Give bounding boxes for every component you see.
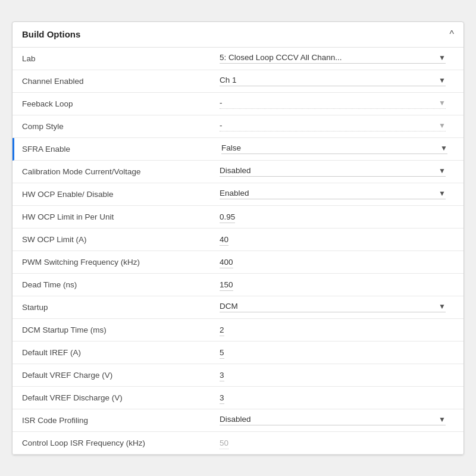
value-hw-ocp-enable[interactable]: Enabled▼ [215, 185, 464, 203]
input-dcm-startup-time[interactable]: 2 [220, 325, 224, 336]
dropdown-text-sfra-enable: False [221, 143, 241, 152]
dropdown-dotted-feedback-loop[interactable]: -▼ [220, 98, 446, 109]
label-feedback-loop: Feeback Loop [12, 95, 215, 113]
label-pwm-switching-freq: PWM Switching Frequency (kHz) [12, 253, 215, 271]
input-default-vref-charge[interactable]: 3 [220, 371, 224, 381]
dropdown-channel-enabled[interactable]: Ch 1▼ [220, 76, 446, 86]
input-dead-time[interactable]: 150 [220, 280, 233, 291]
dropdown-arrow-isr-code-profiling: ▼ [439, 415, 446, 424]
input-pwm-switching-freq[interactable]: 400 [220, 258, 233, 268]
label-startup: Startup [12, 298, 215, 317]
dropdown-dotted-arrow-comp-style: ▼ [439, 121, 446, 130]
dropdown-dotted-text-comp-style: - [220, 121, 223, 130]
row-sfra-enable: SFRA EnableFalse▼ [12, 138, 464, 161]
value-feedback-loop[interactable]: -▼ [215, 95, 464, 112]
dropdown-text-calibration-mode: Disabled [220, 166, 251, 175]
dropdown-arrow-hw-ocp-enable: ▼ [439, 189, 446, 198]
value-comp-style[interactable]: -▼ [215, 117, 464, 135]
dropdown-lab[interactable]: 5: Closed Loop CCCV All Chann...▼ [220, 53, 446, 64]
label-sw-ocp-limit: SW OCP Limit (A) [12, 230, 215, 249]
input-disabled-control-loop-isr-freq: 50 [220, 439, 228, 449]
dropdown-text-channel-enabled: Ch 1 [220, 76, 237, 84]
label-comp-style: Comp Style [12, 117, 215, 136]
row-control-loop-isr-freq: Control Loop ISR Frequency (kHz)50 [12, 432, 464, 455]
row-default-vref-charge: Default VREF Charge (V)3 [12, 364, 464, 387]
value-calibration-mode[interactable]: Disabled▼ [215, 162, 464, 180]
row-sw-ocp-limit: SW OCP Limit (A)40 [12, 228, 464, 251]
dropdown-isr-code-profiling[interactable]: Disabled▼ [220, 415, 446, 425]
value-sfra-enable[interactable]: False▼ [217, 140, 464, 158]
value-channel-enabled[interactable]: Ch 1▼ [215, 72, 464, 90]
input-default-iref[interactable]: 5 [220, 348, 224, 359]
dropdown-calibration-mode[interactable]: Disabled▼ [220, 166, 446, 177]
label-dead-time: Dead Time (ns) [12, 275, 215, 294]
row-isr-code-profiling: ISR Code ProfilingDisabled▼ [12, 409, 464, 432]
dropdown-text-hw-ocp-enable: Enabled [220, 189, 249, 198]
panel-title: Build Options [22, 29, 80, 39]
value-hw-ocp-limit[interactable]: 0.95 [215, 209, 464, 225]
dropdown-hw-ocp-enable[interactable]: Enabled▼ [220, 189, 446, 199]
row-default-iref: Default IREF (A)5 [12, 342, 464, 364]
value-default-iref[interactable]: 5 [215, 345, 464, 361]
value-control-loop-isr-freq: 50 [215, 435, 464, 451]
label-calibration-mode: Calibration Mode Current/Voltage [12, 162, 215, 181]
dropdown-arrow-calibration-mode: ▼ [439, 167, 446, 175]
dropdown-text-isr-code-profiling: Disabled [220, 415, 251, 424]
label-sfra-enable: SFRA Enable [14, 140, 217, 158]
label-default-vref-charge: Default VREF Charge (V) [12, 366, 215, 384]
input-default-vref-discharge[interactable]: 3 [220, 393, 224, 404]
row-hw-ocp-limit: HW OCP Limit in Per Unit0.95 [12, 206, 464, 228]
value-startup[interactable]: DCM▼ [215, 298, 464, 316]
value-dead-time[interactable]: 150 [215, 277, 464, 293]
dropdown-arrow-sfra-enable: ▼ [440, 144, 447, 152]
row-calibration-mode: Calibration Mode Current/VoltageDisabled… [12, 161, 464, 183]
dropdown-startup[interactable]: DCM▼ [220, 302, 446, 312]
dropdown-text-startup: DCM [220, 302, 238, 311]
input-hw-ocp-limit[interactable]: 0.95 [220, 212, 235, 223]
label-default-vref-discharge: Default VREF Discharge (V) [12, 389, 215, 407]
label-dcm-startup-time: DCM Startup Time (ms) [12, 321, 215, 339]
collapse-icon[interactable]: ^ [449, 29, 454, 40]
row-hw-ocp-enable: HW OCP Enable/ DisableEnabled▼ [12, 183, 464, 206]
panel-header: Build Options ^ [12, 22, 464, 48]
row-comp-style: Comp Style-▼ [12, 115, 464, 138]
build-options-panel: Build Options ^ Lab5: Closed Loop CCCV A… [12, 21, 464, 455]
row-feedback-loop: Feeback Loop-▼ [12, 93, 464, 115]
input-sw-ocp-limit[interactable]: 40 [220, 235, 228, 246]
dropdown-dotted-comp-style[interactable]: -▼ [220, 121, 446, 131]
value-isr-code-profiling[interactable]: Disabled▼ [215, 411, 464, 429]
dropdown-arrow-startup: ▼ [439, 302, 446, 311]
value-dcm-startup-time[interactable]: 2 [215, 322, 464, 338]
dropdown-arrow-lab: ▼ [439, 54, 446, 62]
label-hw-ocp-limit: HW OCP Limit in Per Unit [12, 208, 215, 226]
dropdown-text-lab: 5: Closed Loop CCCV All Chann... [220, 53, 342, 62]
label-hw-ocp-enable: HW OCP Enable/ Disable [12, 185, 215, 203]
dropdown-arrow-channel-enabled: ▼ [439, 76, 446, 84]
row-default-vref-discharge: Default VREF Discharge (V)3 [12, 387, 464, 409]
form-body: Lab5: Closed Loop CCCV All Chann...▼Chan… [12, 48, 464, 455]
row-channel-enabled: Channel EnabledCh 1▼ [12, 70, 464, 93]
dropdown-sfra-enable[interactable]: False▼ [221, 143, 447, 154]
row-dead-time: Dead Time (ns)150 [12, 274, 464, 296]
dropdown-dotted-arrow-feedback-loop: ▼ [439, 99, 446, 107]
label-control-loop-isr-freq: Control Loop ISR Frequency (kHz) [12, 434, 215, 452]
label-default-iref: Default IREF (A) [12, 343, 215, 362]
label-channel-enabled: Channel Enabled [12, 72, 215, 90]
label-isr-code-profiling: ISR Code Profiling [12, 411, 215, 430]
row-pwm-switching-freq: PWM Switching Frequency (kHz)400 [12, 251, 464, 274]
value-default-vref-discharge[interactable]: 3 [215, 390, 464, 406]
row-startup: StartupDCM▼ [12, 296, 464, 319]
row-dcm-startup-time: DCM Startup Time (ms)2 [12, 319, 464, 342]
value-sw-ocp-limit[interactable]: 40 [215, 231, 464, 248]
label-lab: Lab [12, 49, 215, 68]
value-lab[interactable]: 5: Closed Loop CCCV All Chann...▼ [215, 49, 464, 67]
value-default-vref-charge[interactable]: 3 [215, 367, 464, 383]
dropdown-dotted-text-feedback-loop: - [220, 98, 223, 107]
row-lab: Lab5: Closed Loop CCCV All Chann...▼ [12, 48, 464, 70]
value-pwm-switching-freq[interactable]: 400 [215, 254, 464, 270]
